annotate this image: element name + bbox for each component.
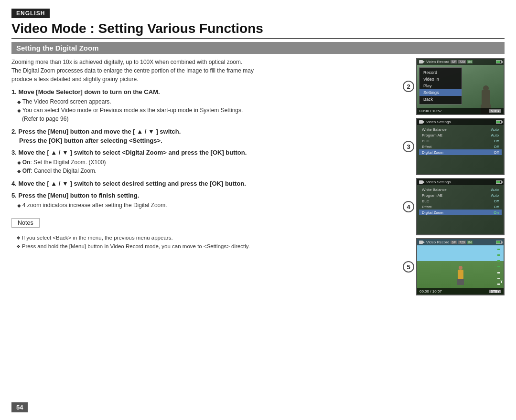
zoom-bar-4 [497, 266, 500, 267]
screen2-menu: Record Video In Play Settings Back [419, 67, 462, 105]
svg-rect-4 [419, 180, 423, 184]
step-3: 3. Move the [ ▲ / ▼ ] switch to select <… [11, 149, 394, 175]
zoom-bar-5 [497, 272, 500, 273]
svg-marker-1 [423, 61, 425, 63]
zoom-bar-6 [497, 278, 500, 279]
right-screenshots: 2 Video Record [403, 58, 505, 298]
screen5-step-badge: 5 [403, 261, 414, 273]
screen2-label: Video Record [426, 60, 449, 64]
section-header: Setting the Digital Zoom [11, 42, 505, 54]
zoom-bar-1 [497, 249, 500, 250]
language-badge: ENGLISH [11, 9, 50, 18]
screen2-timecode: 00:00 / 10:57 STBY [417, 108, 504, 114]
screen2-step-badge: 2 [403, 81, 414, 92]
screen3-panel: 3 Video Settings [416, 118, 505, 175]
screen5: Video Record SF 720 IN [416, 238, 505, 295]
notes-label: Notes [18, 220, 33, 226]
row-blc3: BLCOff [419, 138, 502, 144]
zoom-t-label: T [500, 280, 503, 284]
screen4-title: Video Settings [426, 180, 451, 184]
intro-line2: The Digital Zoom processes data to enlar… [11, 67, 254, 74]
person-body [482, 90, 490, 105]
screen5-topbar: Video Record SF 720 IN [417, 239, 504, 245]
child-head [459, 266, 462, 270]
screen3-settings: White BalanceAuto Program AEAuto BLCOff … [419, 126, 502, 155]
res-badge: 720 [458, 60, 466, 63]
page-number: 54 [11, 402, 28, 412]
row-wb4: White BalanceAuto [419, 187, 502, 192]
child-body [458, 270, 463, 279]
page-container: ENGLISH Video Mode : Setting Various Fun… [0, 0, 516, 420]
step-4-title: 4. Move the [ ▲ / ▼ ] switch to select d… [11, 180, 394, 187]
menu-settings[interactable]: Settings [419, 89, 462, 96]
main-title: Video Mode : Setting Various Functions [11, 21, 505, 39]
menu-record: Record [419, 69, 462, 76]
screen3-step-badge: 3 [403, 141, 414, 152]
row-wb3: White BalanceAuto [419, 126, 502, 132]
notes-box: Notes [11, 218, 40, 228]
step-3-bullet-1: On: Set the Digital Zoom. (X100) [17, 158, 394, 167]
intro-line1: Zooming more than 10x is achieved digita… [11, 59, 242, 65]
screen4-topbar: Video Settings [417, 179, 504, 185]
screen2-topbar: Video Record SF 720 IN [417, 59, 504, 65]
intro-line3: produce a less detailed and slightly gra… [11, 76, 139, 83]
sf-badge: SF [451, 60, 457, 63]
step-5: 5. Press the [Menu] button to finish set… [11, 192, 394, 210]
video-settings4-icon [419, 180, 425, 184]
svg-rect-0 [419, 60, 423, 63]
screen4-panel: 4 Video Settings [416, 178, 505, 235]
menu-play: Play [419, 83, 462, 89]
zoom-bar-2 [497, 254, 500, 256]
menu-videoin: Video In [419, 76, 462, 83]
video-record-icon [419, 60, 425, 64]
screen2: Video Record SF 720 IN Record Video In P… [416, 58, 505, 115]
screen5-panel: 5 Video Record SF 720 IN [416, 238, 505, 295]
video-record5-icon [419, 240, 425, 244]
menu-back: Back [419, 96, 462, 103]
content-area: Zooming more than 10x is achieved digita… [11, 58, 505, 298]
screen4-step-badge: 4 [403, 201, 414, 212]
screen4-settings: White BalanceAuto Program AEAuto BLCOff … [419, 187, 502, 215]
svg-marker-3 [423, 121, 425, 123]
row-ae4: Program AEAuto [419, 192, 502, 198]
screen4-bg: Video Settings White BalanceAuto Program… [417, 179, 504, 234]
step-1-title: 1. Move [Mode Selector] down to turn on … [11, 88, 394, 95]
screen5-timecode: 00:00 / 10:57 STBY [417, 288, 504, 294]
screen5-stby: STBY [489, 290, 501, 293]
stby-badge: STBY [489, 109, 501, 113]
child-person [456, 266, 465, 285]
svg-rect-2 [419, 120, 423, 124]
battery5-icon [496, 241, 502, 244]
step-4: 4. Move the [ ▲ / ▼ ] switch to select d… [11, 180, 394, 187]
screen3-topbar: Video Settings [417, 119, 504, 125]
child-legs [457, 279, 464, 285]
battery-icon [496, 60, 502, 63]
left-content: Zooming more than 10x is achieved digita… [11, 58, 394, 298]
step-1-subbullet: (Refer to page 96) [22, 115, 394, 123]
footnotes: If you select <Back> in the menu, the pr… [11, 233, 394, 251]
video-settings-icon [419, 120, 425, 124]
step-2: 2. Press the [Menu] button and move the … [11, 128, 394, 144]
screen3-bg: Video Settings White BalanceAuto Program… [417, 119, 504, 174]
battery3-icon [496, 120, 502, 124]
step-1: 1. Move [Mode Selector] down to turn on … [11, 88, 394, 123]
step-5-title: 5. Press the [Menu] button to finish set… [11, 192, 394, 199]
screen4: Video Settings White BalanceAuto Program… [416, 178, 505, 235]
screen2-panel: 2 Video Record [416, 58, 505, 115]
svg-rect-6 [419, 241, 423, 244]
step-5-bullet-1: 4 zoom indicators increase after setting… [17, 201, 394, 210]
intro-text: Zooming more than 10x is achieved digita… [11, 58, 394, 84]
step-1-bullet-2: You can select Video mode or Previous mo… [17, 106, 394, 115]
svg-marker-5 [423, 181, 425, 183]
footnote-2: Press and hold the [Menu] button in Vide… [16, 242, 394, 251]
step-3-bullet-2: Off: Cancel the Digital Zoom. [17, 167, 394, 175]
footnote-1: If you select <Back> in the menu, the pr… [16, 233, 394, 242]
row-effect3: EffectOff [419, 144, 502, 149]
step-1-bullet-1: The Video Record screen appears. [17, 97, 394, 106]
row-ae3: Program AEAuto [419, 132, 502, 138]
screen5-label: Video Record [426, 240, 449, 244]
battery4-icon [496, 180, 502, 184]
svg-marker-7 [423, 241, 425, 243]
row-effect4: EffectOff [419, 204, 502, 210]
screen5-bg: Video Record SF 720 IN [417, 239, 504, 294]
